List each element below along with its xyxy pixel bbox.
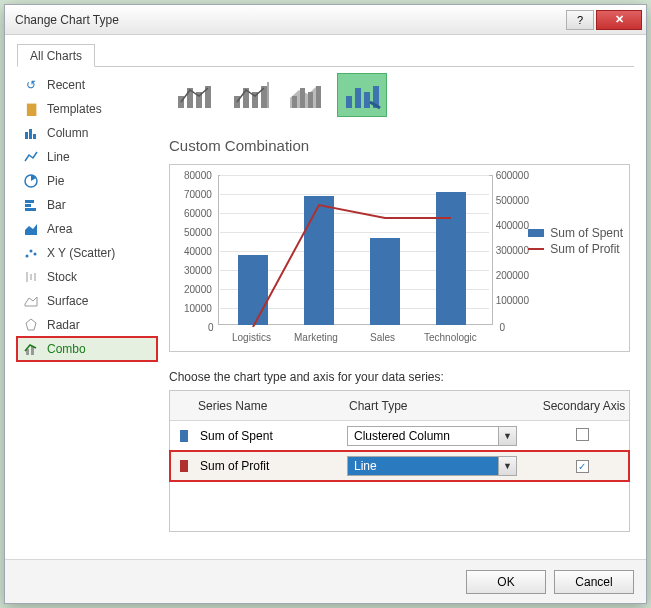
svg-rect-4 — [25, 200, 34, 203]
sidebar-item-label: Templates — [47, 102, 102, 116]
svg-rect-6 — [25, 208, 36, 211]
sidebar-item-label: Stock — [47, 270, 77, 284]
ytick-primary: 0 — [208, 322, 214, 333]
chart-type-dropdown-spent[interactable]: Clustered Column ▼ — [347, 426, 517, 446]
chart-type-dropdown-profit[interactable]: Line ▼ — [347, 456, 517, 476]
dropdown-value: Line — [348, 457, 498, 475]
combo-subtype-2[interactable] — [225, 73, 275, 117]
ytick-primary: 60000 — [184, 208, 212, 219]
dropdown-value: Clustered Column — [348, 427, 498, 445]
ok-button[interactable]: OK — [466, 570, 546, 594]
svg-point-9 — [30, 250, 33, 253]
ytick-primary: 80000 — [184, 170, 212, 181]
ytick-primary: 40000 — [184, 246, 212, 257]
svg-point-10 — [34, 253, 37, 256]
svg-rect-2 — [33, 134, 36, 139]
area-chart-icon — [23, 221, 39, 237]
header-chart-type: Chart Type — [349, 399, 539, 413]
series-grid: Series Name Chart Type Secondary Axis Su… — [169, 390, 630, 532]
svg-rect-30 — [316, 86, 321, 108]
pie-chart-icon — [23, 173, 39, 189]
ytick-secondary: 300000 — [496, 245, 529, 256]
series-grid-header: Series Name Chart Type Secondary Axis — [170, 391, 629, 421]
sidebar-item-label: Radar — [47, 318, 80, 332]
sidebar-item-pie[interactable]: Pie — [17, 169, 157, 193]
series-row-profit: Sum of Profit Line ▼ ✓ — [170, 451, 629, 481]
header-secondary-axis: Secondary Axis — [539, 399, 629, 413]
combo-subtype-custom[interactable] — [337, 73, 387, 117]
combo-subtype-3[interactable] — [281, 73, 331, 117]
sidebar-item-label: Surface — [47, 294, 88, 308]
ytick-primary: 30000 — [184, 265, 212, 276]
sidebar-item-radar[interactable]: Radar — [17, 313, 157, 337]
chevron-down-icon: ▼ — [498, 427, 516, 445]
bar-chart-icon — [23, 197, 39, 213]
ytick-secondary: 500000 — [496, 195, 529, 206]
main-panel: Custom Combination 80000 70000 60000 500… — [157, 67, 634, 547]
xtick: Marketing — [294, 332, 338, 343]
svg-rect-28 — [300, 88, 305, 108]
sidebar-item-label: Combo — [47, 342, 86, 356]
series-row-spent: Sum of Spent Clustered Column ▼ — [170, 421, 629, 451]
ytick-secondary: 0 — [499, 322, 505, 333]
ytick-primary: 10000 — [184, 303, 212, 314]
close-button[interactable]: ✕ — [596, 10, 642, 30]
secondary-axis-checkbox-profit[interactable]: ✓ — [576, 460, 589, 473]
sidebar-item-label: Area — [47, 222, 72, 236]
sidebar-item-surface[interactable]: Surface — [17, 289, 157, 313]
sidebar-item-templates[interactable]: ▇ Templates — [17, 97, 157, 121]
svg-rect-1 — [29, 129, 32, 139]
help-button[interactable]: ? — [566, 10, 594, 30]
ytick-primary: 70000 — [184, 189, 212, 200]
sidebar-item-stock[interactable]: Stock — [17, 265, 157, 289]
cancel-button[interactable]: Cancel — [554, 570, 634, 594]
sidebar-item-line[interactable]: Line — [17, 145, 157, 169]
sidebar-item-area[interactable]: Area — [17, 217, 157, 241]
stock-chart-icon — [23, 269, 39, 285]
sidebar-item-scatter[interactable]: X Y (Scatter) — [17, 241, 157, 265]
sidebar-item-combo[interactable]: Combo — [17, 337, 157, 361]
sidebar-item-bar[interactable]: Bar — [17, 193, 157, 217]
dialog-title: Change Chart Type — [15, 13, 564, 27]
legend-item: Sum of Spent — [550, 226, 623, 240]
series-swatch — [180, 460, 188, 472]
chevron-down-icon: ▼ — [498, 457, 516, 475]
line-chart-icon — [23, 149, 39, 165]
series-swatch — [180, 430, 188, 442]
dialog-footer: OK Cancel — [5, 559, 646, 603]
svg-rect-29 — [308, 92, 313, 108]
chart-category-sidebar: ↺ Recent ▇ Templates Column — [17, 67, 157, 547]
series-name: Sum of Profit — [196, 459, 347, 473]
tab-all-charts[interactable]: All Charts — [17, 44, 95, 67]
sidebar-item-label: X Y (Scatter) — [47, 246, 115, 260]
sidebar-item-recent[interactable]: ↺ Recent — [17, 73, 157, 97]
combo-subtype-1[interactable] — [169, 73, 219, 117]
svg-rect-5 — [25, 204, 31, 207]
folder-icon: ▇ — [23, 101, 39, 117]
svg-rect-31 — [346, 96, 352, 108]
series-name: Sum of Spent — [196, 429, 347, 443]
content-area: ↺ Recent ▇ Templates Column — [17, 67, 634, 547]
svg-point-8 — [26, 255, 29, 258]
sidebar-item-label: Bar — [47, 198, 66, 212]
dialog-body: All Charts ↺ Recent ▇ Templates Column — [5, 35, 646, 559]
line-profit — [218, 175, 498, 327]
radar-chart-icon — [23, 317, 39, 333]
scatter-chart-icon — [23, 245, 39, 261]
ytick-primary: 50000 — [184, 227, 212, 238]
sidebar-item-label: Pie — [47, 174, 64, 188]
svg-rect-33 — [364, 92, 370, 108]
xtick: Logistics — [232, 332, 271, 343]
svg-rect-27 — [292, 96, 297, 108]
ytick-secondary: 200000 — [496, 270, 529, 281]
sidebar-item-label: Line — [47, 150, 70, 164]
choose-series-label: Choose the chart type and axis for your … — [169, 370, 630, 384]
recent-icon: ↺ — [23, 77, 39, 93]
column-chart-icon — [23, 125, 39, 141]
titlebar: Change Chart Type ? ✕ — [5, 5, 646, 35]
svg-marker-14 — [26, 319, 36, 330]
secondary-axis-checkbox-spent[interactable] — [576, 428, 589, 441]
sidebar-item-label: Column — [47, 126, 88, 140]
sidebar-item-column[interactable]: Column — [17, 121, 157, 145]
combo-chart-icon — [23, 341, 39, 357]
